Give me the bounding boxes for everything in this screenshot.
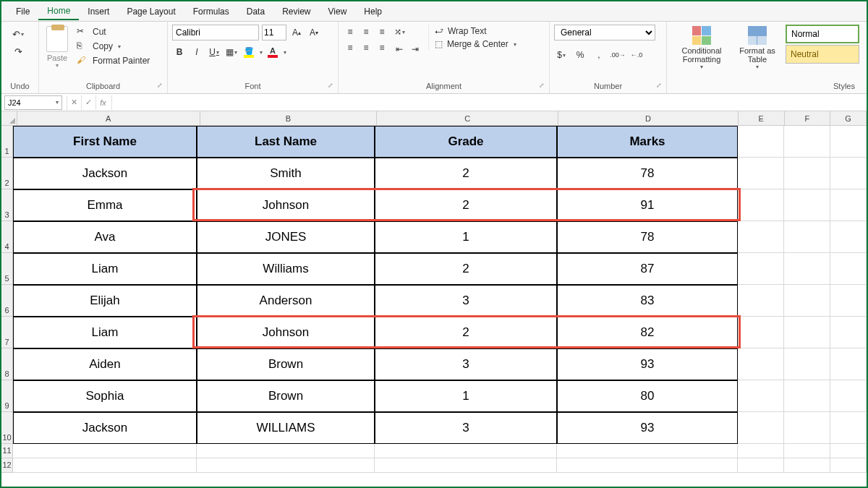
cell-C8[interactable]: 3 (375, 348, 557, 380)
cell-B2[interactable]: Smith (197, 158, 375, 189)
cell-A2[interactable]: Jackson (13, 158, 197, 189)
cell-C12[interactable] (375, 458, 557, 473)
increase-decimal-button[interactable]: .00→ (610, 48, 625, 62)
cell-F2[interactable] (784, 158, 830, 189)
cell-E2[interactable] (738, 158, 784, 189)
cell-C9[interactable]: 1 (375, 380, 557, 412)
cell-D7[interactable]: 82 (557, 317, 738, 348)
cell-D11[interactable] (557, 444, 738, 458)
cell-B12[interactable] (197, 458, 375, 473)
align-middle-button[interactable]: ≡ (359, 25, 373, 39)
menu-insert[interactable]: Insert (79, 4, 118, 20)
align-center-button[interactable]: ≡ (359, 40, 373, 55)
cell-G11[interactable] (830, 444, 867, 458)
fill-color-button[interactable]: 🪣 (242, 45, 256, 59)
cell-A6[interactable]: Elijah (13, 285, 197, 317)
row-header-10[interactable]: 10 (1, 412, 13, 444)
launcher-icon[interactable]: ⤢ (328, 82, 333, 89)
cell-F7[interactable] (784, 317, 830, 348)
row-header-8[interactable]: 8 (1, 348, 13, 380)
cell-D5[interactable]: 87 (557, 253, 738, 285)
column-header-E[interactable]: E (739, 111, 785, 125)
cell-style-normal[interactable]: Normal (786, 25, 859, 43)
column-header-B[interactable]: B (200, 111, 378, 125)
column-header-G[interactable]: G (830, 111, 867, 125)
enter-icon[interactable]: ✓ (81, 95, 95, 110)
cell-E5[interactable] (738, 253, 784, 285)
cell-A3[interactable]: Emma (13, 189, 197, 221)
row-header-12[interactable]: 12 (1, 458, 13, 473)
cell-G7[interactable] (830, 317, 867, 348)
cell-B11[interactable] (197, 444, 375, 458)
increase-indent-button[interactable]: ⇥ (408, 42, 422, 56)
cell-F8[interactable] (784, 348, 830, 380)
cell-C2[interactable]: 2 (375, 158, 557, 189)
launcher-icon[interactable]: ⤢ (539, 82, 545, 89)
format-painter-button[interactable]: 🖌Format Painter (77, 55, 150, 67)
cell-G10[interactable] (830, 412, 867, 444)
cell-F10[interactable] (784, 412, 830, 444)
cell-F6[interactable] (784, 285, 830, 317)
column-header-A[interactable]: A (17, 111, 200, 125)
number-format-select[interactable]: General (554, 25, 655, 40)
cell-D12[interactable] (557, 458, 738, 473)
cell-C1[interactable]: Grade (375, 126, 557, 158)
cell-B8[interactable]: Brown (197, 348, 375, 380)
copy-button[interactable]: ⎘Copy▾ (77, 40, 150, 52)
cell-D9[interactable]: 80 (557, 380, 738, 412)
cell-C4[interactable]: 1 (375, 221, 557, 253)
menu-data[interactable]: Data (238, 4, 273, 20)
cell-F11[interactable] (784, 444, 830, 458)
bold-button[interactable]: B (172, 45, 187, 59)
cell-A9[interactable]: Sophia (13, 380, 197, 412)
menu-home[interactable]: Home (38, 3, 79, 20)
cell-A11[interactable] (13, 444, 197, 458)
paste-button[interactable]: Paste ▾ (43, 25, 71, 70)
cell-C10[interactable]: 3 (375, 412, 557, 444)
font-name-select[interactable] (172, 25, 259, 40)
cell-G6[interactable] (830, 285, 867, 317)
menu-page-layout[interactable]: Page Layout (118, 4, 184, 20)
cell-D4[interactable]: 78 (557, 221, 738, 253)
format-as-table-button[interactable]: Format as Table▾ (735, 25, 780, 72)
cell-B4[interactable]: JONES (197, 221, 375, 253)
row-header-5[interactable]: 5 (1, 253, 13, 285)
cell-A7[interactable]: Liam (13, 317, 197, 348)
orientation-button[interactable]: ⤮▾ (392, 25, 407, 39)
column-header-F[interactable]: F (785, 111, 831, 125)
merge-center-button[interactable]: ⬚Merge & Center▾ (435, 39, 516, 49)
borders-button[interactable]: ▦▾ (224, 45, 239, 59)
cell-B3[interactable]: Johnson (197, 189, 375, 221)
cell-F4[interactable] (784, 221, 830, 253)
cell-F3[interactable] (784, 189, 830, 221)
row-header-6[interactable]: 6 (1, 285, 13, 317)
cell-B9[interactable]: Brown (197, 380, 375, 412)
row-header-9[interactable]: 9 (1, 380, 13, 412)
cell-style-neutral[interactable]: Neutral (786, 45, 859, 64)
redo-button[interactable]: ↷ (10, 45, 26, 58)
cell-E9[interactable] (738, 380, 784, 412)
font-color-button[interactable]: A (265, 45, 280, 59)
cell-D10[interactable]: 93 (557, 412, 738, 444)
increase-font-button[interactable]: A▴ (289, 25, 304, 40)
cell-E8[interactable] (738, 348, 784, 380)
cell-E10[interactable] (738, 412, 784, 444)
conditional-formatting-button[interactable]: Conditional Formatting▾ (671, 25, 732, 72)
cell-E3[interactable] (738, 189, 784, 221)
font-size-select[interactable] (262, 25, 286, 40)
cell-C11[interactable] (375, 444, 557, 458)
cell-A5[interactable]: Liam (13, 253, 197, 285)
cancel-icon[interactable]: ✕ (67, 95, 81, 110)
cell-A12[interactable] (13, 458, 197, 473)
undo-button[interactable]: ↶▾ (10, 27, 26, 40)
decrease-decimal-button[interactable]: ←.0 (629, 48, 644, 62)
cell-F1[interactable] (784, 126, 830, 158)
comma-button[interactable]: , (592, 48, 606, 62)
cell-A4[interactable]: Ava (13, 221, 197, 253)
cell-A10[interactable]: Jackson (13, 412, 197, 444)
cell-B5[interactable]: Williams (197, 253, 375, 285)
align-bottom-button[interactable]: ≡ (375, 25, 389, 39)
cell-D1[interactable]: Marks (557, 126, 738, 158)
cell-E11[interactable] (738, 444, 784, 458)
row-header-11[interactable]: 11 (1, 444, 13, 458)
